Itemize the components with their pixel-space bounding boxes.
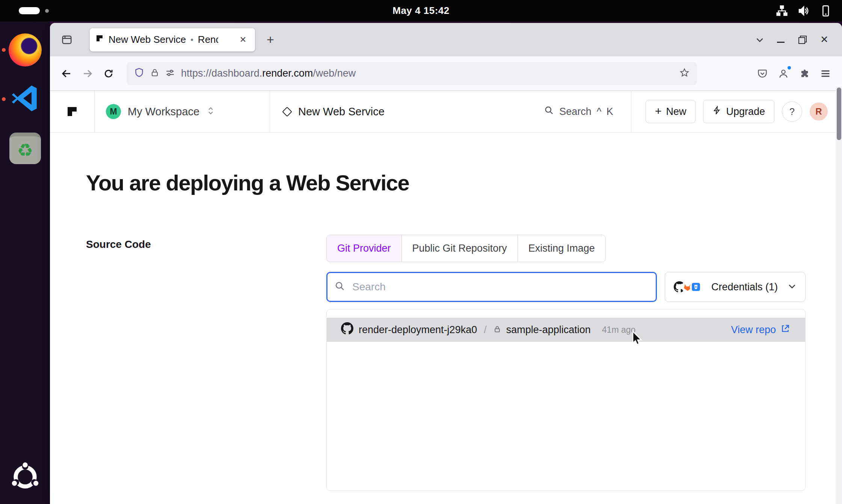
window-close-button[interactable]: ✕ <box>813 30 835 50</box>
plus-icon: + <box>655 105 662 118</box>
scrollbar-thumb[interactable] <box>837 88 841 140</box>
new-tab-button[interactable]: + <box>260 30 281 50</box>
global-search[interactable]: Search ^ K <box>544 91 631 132</box>
tab-favicon-render <box>95 34 104 45</box>
forward-button[interactable] <box>77 63 98 84</box>
page-content: You are deploying a Web Service Source C… <box>50 133 842 504</box>
system-tray[interactable] <box>776 0 831 21</box>
global-search-label: Search <box>559 106 592 118</box>
lock-icon[interactable] <box>150 68 159 79</box>
tab-public-git-repository[interactable]: Public Git Repository <box>402 235 518 262</box>
workspace-pill <box>19 7 40 14</box>
network-icon[interactable] <box>776 5 788 17</box>
view-repo-link[interactable]: View repo <box>731 324 790 336</box>
permissions-icon[interactable] <box>165 68 175 79</box>
github-icon <box>341 322 353 337</box>
header-actions: + New Upgrade ? R <box>631 91 842 132</box>
ubuntu-logo-icon <box>9 461 41 494</box>
url-text[interactable]: https://dashboard.render.com/web/new <box>181 68 673 79</box>
system-clock[interactable]: May 4 15:42 <box>392 5 449 17</box>
dock-item-vscode[interactable] <box>0 83 50 115</box>
extensions-puzzle-icon[interactable] <box>794 63 815 84</box>
tab-close-button[interactable]: ✕ <box>236 33 250 47</box>
volume-icon[interactable] <box>798 5 810 17</box>
new-button[interactable]: + New <box>646 100 696 123</box>
bookmark-star-icon[interactable] <box>679 68 690 79</box>
search-icon <box>335 281 345 293</box>
browser-toolbar: https://dashboard.render.com/web/new <box>50 56 842 91</box>
device-icon[interactable] <box>819 5 831 17</box>
external-link-icon <box>780 324 790 336</box>
mouse-cursor <box>629 330 646 348</box>
page-heading: You are deploying a Web Service <box>86 170 409 195</box>
dock: ♻ <box>0 21 50 504</box>
workspace-indicator[interactable] <box>19 7 49 14</box>
window-minimize-button[interactable] <box>770 30 792 50</box>
repo-search-input[interactable] <box>326 272 657 302</box>
new-button-label: New <box>666 106 686 118</box>
tab-separator: • <box>190 35 193 45</box>
recycle-glyph: ♻ <box>17 140 33 161</box>
credential-provider-icons <box>673 281 702 293</box>
credentials-dropdown[interactable]: Credentials (1) <box>665 272 806 302</box>
upgrade-button[interactable]: Upgrade <box>703 100 774 123</box>
private-lock-icon <box>493 324 501 336</box>
tab-existing-image[interactable]: Existing Image <box>518 235 605 262</box>
firefox-window: New Web Service • Render ✕ + ✕ <box>50 23 842 504</box>
workspace-name: My Workspace <box>128 106 199 118</box>
source-tabs: Git Provider Public Git Repository Exist… <box>326 235 606 262</box>
bitbucket-icon <box>690 281 702 293</box>
reload-button[interactable] <box>98 63 119 84</box>
workspace-dot <box>45 9 49 13</box>
dock-item-trash[interactable]: ♻ <box>0 133 50 164</box>
tab-title: New Web Service <box>109 34 186 45</box>
upgrade-button-label: Upgrade <box>726 106 765 118</box>
help-button[interactable]: ? <box>782 101 802 122</box>
tab-title-suffix: Render <box>198 34 218 45</box>
render-header: M My Workspace New Web Service <box>50 91 842 133</box>
search-shortcut: ^ K <box>597 106 614 118</box>
repo-row[interactable]: render-deployment-j29ka0 / sample-applic… <box>327 318 805 342</box>
repo-separator: / <box>484 324 487 336</box>
desktop: May 4 15:42 <box>0 0 842 504</box>
credentials-label: Credentials (1) <box>707 281 782 293</box>
account-icon[interactable] <box>773 63 794 84</box>
chevron-down-icon <box>787 281 797 293</box>
repo-name: sample-application <box>506 324 591 336</box>
tracking-shield-icon[interactable] <box>134 68 144 79</box>
firefox-view-icon[interactable] <box>57 30 77 50</box>
workspace-avatar: M <box>106 104 121 119</box>
service-diamond-icon <box>282 107 292 117</box>
system-panel: May 4 15:42 <box>0 0 842 21</box>
dock-item-show-apps[interactable] <box>0 461 50 494</box>
scrollbar[interactable] <box>836 86 842 504</box>
tab-git-provider[interactable]: Git Provider <box>327 235 402 262</box>
list-tabs-chevron-icon[interactable] <box>750 30 770 50</box>
repo-list: render-deployment-j29ka0 / sample-applic… <box>326 309 806 491</box>
window-restore-button[interactable] <box>792 30 813 50</box>
firefox-running-dot <box>2 48 6 52</box>
breadcrumb: New Web Service <box>270 91 398 132</box>
search-icon <box>544 106 554 118</box>
source-code-label: Source Code <box>86 238 151 250</box>
view-repo-label: View repo <box>731 324 776 336</box>
vscode-running-dot <box>2 97 6 101</box>
hamburger-menu-icon[interactable] <box>815 63 836 84</box>
repo-search <box>326 272 657 302</box>
account-notification-dot <box>787 65 792 70</box>
trash-icon: ♻ <box>9 133 41 164</box>
workspace-selector[interactable]: M My Workspace <box>95 91 270 132</box>
repo-owner: render-deployment-j29ka0 <box>359 324 477 336</box>
back-button[interactable] <box>56 63 77 84</box>
pocket-icon[interactable] <box>752 63 773 84</box>
render-logo[interactable] <box>50 91 95 132</box>
firefox-icon <box>9 33 42 66</box>
bolt-icon <box>712 106 721 118</box>
dock-item-firefox[interactable] <box>0 33 50 66</box>
browser-tab[interactable]: New Web Service • Render ✕ <box>90 28 255 51</box>
tab-strip: New Web Service • Render ✕ + ✕ <box>50 23 842 56</box>
user-avatar[interactable]: R <box>810 103 828 121</box>
vscode-icon <box>10 83 41 115</box>
url-host: render.com <box>262 68 313 79</box>
url-bar[interactable]: https://dashboard.render.com/web/new <box>127 62 697 85</box>
